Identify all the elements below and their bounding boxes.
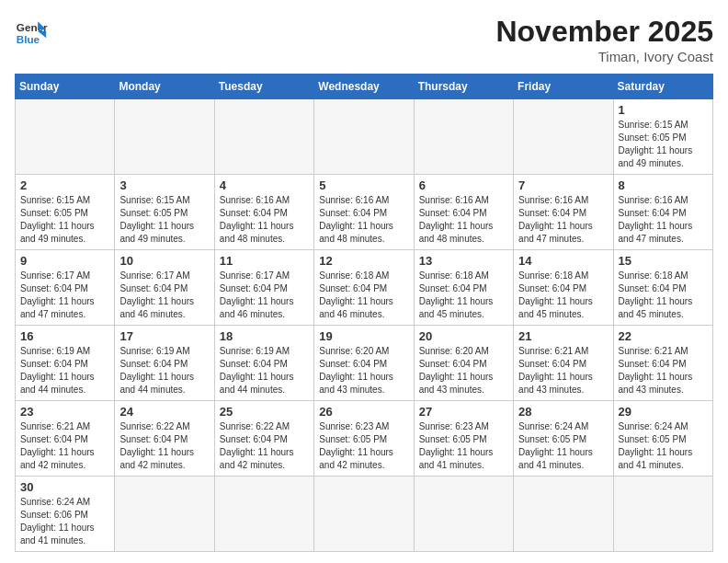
day-info: Sunrise: 6:15 AM Sunset: 6:05 PM Dayligh… bbox=[619, 119, 708, 170]
day-number: 6 bbox=[419, 178, 508, 192]
day-number: 2 bbox=[20, 178, 109, 192]
day-number: 14 bbox=[518, 254, 608, 268]
day-info: Sunrise: 6:21 AM Sunset: 6:04 PM Dayligh… bbox=[518, 345, 608, 396]
calendar-cell: 24Sunrise: 6:22 AM Sunset: 6:04 PM Dayli… bbox=[115, 401, 214, 477]
day-info: Sunrise: 6:16 AM Sunset: 6:04 PM Dayligh… bbox=[319, 194, 408, 246]
day-number: 29 bbox=[619, 405, 708, 419]
day-number: 18 bbox=[220, 329, 309, 343]
day-info: Sunrise: 6:16 AM Sunset: 6:04 PM Dayligh… bbox=[619, 194, 708, 246]
calendar-cell bbox=[514, 99, 613, 175]
week-row-2: 2Sunrise: 6:15 AM Sunset: 6:05 PM Daylig… bbox=[16, 175, 713, 250]
calendar-cell: 27Sunrise: 6:23 AM Sunset: 6:05 PM Dayli… bbox=[414, 401, 513, 477]
calendar-cell: 4Sunrise: 6:16 AM Sunset: 6:04 PM Daylig… bbox=[214, 175, 313, 250]
day-number: 8 bbox=[619, 178, 708, 192]
day-info: Sunrise: 6:18 AM Sunset: 6:04 PM Dayligh… bbox=[319, 270, 408, 321]
week-row-1: 1Sunrise: 6:15 AM Sunset: 6:05 PM Daylig… bbox=[16, 99, 713, 175]
day-info: Sunrise: 6:16 AM Sunset: 6:04 PM Dayligh… bbox=[518, 194, 608, 246]
calendar-cell bbox=[115, 477, 214, 552]
calendar-cell: 10Sunrise: 6:17 AM Sunset: 6:04 PM Dayli… bbox=[115, 250, 214, 326]
day-info: Sunrise: 6:18 AM Sunset: 6:04 PM Dayligh… bbox=[518, 270, 608, 321]
day-number: 12 bbox=[319, 254, 408, 268]
day-number: 16 bbox=[20, 329, 109, 343]
day-number: 20 bbox=[419, 329, 508, 343]
day-info: Sunrise: 6:22 AM Sunset: 6:04 PM Dayligh… bbox=[119, 420, 209, 472]
calendar-table: SundayMondayTuesdayWednesdayThursdayFrid… bbox=[15, 74, 713, 552]
calendar-cell bbox=[115, 99, 214, 175]
day-number: 28 bbox=[518, 405, 608, 419]
day-number: 30 bbox=[20, 480, 109, 494]
day-number: 19 bbox=[319, 329, 408, 343]
calendar-cell: 7Sunrise: 6:16 AM Sunset: 6:04 PM Daylig… bbox=[514, 175, 613, 250]
calendar-cell: 29Sunrise: 6:24 AM Sunset: 6:05 PM Dayli… bbox=[613, 401, 712, 477]
calendar-cell bbox=[514, 477, 613, 552]
day-info: Sunrise: 6:24 AM Sunset: 6:05 PM Dayligh… bbox=[518, 420, 608, 472]
day-number: 9 bbox=[20, 254, 109, 268]
calendar-cell: 22Sunrise: 6:21 AM Sunset: 6:04 PM Dayli… bbox=[613, 326, 712, 401]
calendar-cell: 19Sunrise: 6:20 AM Sunset: 6:04 PM Dayli… bbox=[314, 326, 414, 401]
day-info: Sunrise: 6:20 AM Sunset: 6:04 PM Dayligh… bbox=[319, 345, 408, 396]
day-number: 21 bbox=[518, 329, 608, 343]
calendar-cell: 6Sunrise: 6:16 AM Sunset: 6:04 PM Daylig… bbox=[414, 175, 513, 250]
calendar-cell: 25Sunrise: 6:22 AM Sunset: 6:04 PM Dayli… bbox=[214, 401, 313, 477]
day-number: 5 bbox=[319, 178, 408, 192]
day-number: 1 bbox=[619, 103, 708, 117]
day-info: Sunrise: 6:19 AM Sunset: 6:04 PM Dayligh… bbox=[119, 345, 209, 396]
calendar-cell: 20Sunrise: 6:20 AM Sunset: 6:04 PM Dayli… bbox=[414, 326, 513, 401]
logo: General Blue bbox=[15, 15, 48, 48]
day-info: Sunrise: 6:17 AM Sunset: 6:04 PM Dayligh… bbox=[119, 270, 209, 321]
day-header-thursday: Thursday bbox=[414, 75, 513, 99]
calendar-cell: 2Sunrise: 6:15 AM Sunset: 6:05 PM Daylig… bbox=[16, 175, 115, 250]
calendar-cell bbox=[414, 477, 513, 552]
calendar-cell: 9Sunrise: 6:17 AM Sunset: 6:04 PM Daylig… bbox=[16, 250, 115, 326]
day-info: Sunrise: 6:22 AM Sunset: 6:04 PM Dayligh… bbox=[220, 420, 309, 472]
days-header-row: SundayMondayTuesdayWednesdayThursdayFrid… bbox=[16, 75, 713, 99]
day-number: 25 bbox=[220, 405, 309, 419]
day-info: Sunrise: 6:23 AM Sunset: 6:05 PM Dayligh… bbox=[419, 420, 508, 472]
week-row-5: 23Sunrise: 6:21 AM Sunset: 6:04 PM Dayli… bbox=[16, 401, 713, 477]
calendar-cell: 5Sunrise: 6:16 AM Sunset: 6:04 PM Daylig… bbox=[314, 175, 414, 250]
week-row-3: 9Sunrise: 6:17 AM Sunset: 6:04 PM Daylig… bbox=[16, 250, 713, 326]
day-info: Sunrise: 6:16 AM Sunset: 6:04 PM Dayligh… bbox=[419, 194, 508, 246]
day-info: Sunrise: 6:21 AM Sunset: 6:04 PM Dayligh… bbox=[20, 420, 109, 472]
calendar-cell: 28Sunrise: 6:24 AM Sunset: 6:05 PM Dayli… bbox=[514, 401, 613, 477]
day-info: Sunrise: 6:18 AM Sunset: 6:04 PM Dayligh… bbox=[619, 270, 708, 321]
day-number: 26 bbox=[319, 405, 408, 419]
calendar-cell: 23Sunrise: 6:21 AM Sunset: 6:04 PM Dayli… bbox=[16, 401, 115, 477]
day-info: Sunrise: 6:15 AM Sunset: 6:05 PM Dayligh… bbox=[119, 194, 209, 246]
day-info: Sunrise: 6:19 AM Sunset: 6:04 PM Dayligh… bbox=[220, 345, 309, 396]
day-info: Sunrise: 6:17 AM Sunset: 6:04 PM Dayligh… bbox=[220, 270, 309, 321]
calendar-cell bbox=[314, 99, 414, 175]
day-number: 22 bbox=[619, 329, 708, 343]
day-header-saturday: Saturday bbox=[613, 75, 712, 99]
day-number: 7 bbox=[518, 178, 608, 192]
day-number: 4 bbox=[220, 178, 309, 192]
day-info: Sunrise: 6:24 AM Sunset: 6:06 PM Dayligh… bbox=[20, 496, 109, 547]
day-info: Sunrise: 6:15 AM Sunset: 6:05 PM Dayligh… bbox=[20, 194, 109, 246]
day-number: 10 bbox=[119, 254, 209, 268]
location-subtitle: Timan, Ivory Coast bbox=[495, 49, 713, 64]
calendar-cell: 26Sunrise: 6:23 AM Sunset: 6:05 PM Dayli… bbox=[314, 401, 414, 477]
calendar-cell: 13Sunrise: 6:18 AM Sunset: 6:04 PM Dayli… bbox=[414, 250, 513, 326]
calendar-cell bbox=[414, 99, 513, 175]
logo-icon: General Blue bbox=[15, 15, 48, 48]
calendar-cell: 15Sunrise: 6:18 AM Sunset: 6:04 PM Dayli… bbox=[613, 250, 712, 326]
day-info: Sunrise: 6:18 AM Sunset: 6:04 PM Dayligh… bbox=[419, 270, 508, 321]
calendar-cell: 11Sunrise: 6:17 AM Sunset: 6:04 PM Dayli… bbox=[214, 250, 313, 326]
day-info: Sunrise: 6:16 AM Sunset: 6:04 PM Dayligh… bbox=[220, 194, 309, 246]
calendar-cell: 17Sunrise: 6:19 AM Sunset: 6:04 PM Dayli… bbox=[115, 326, 214, 401]
calendar-cell: 1Sunrise: 6:15 AM Sunset: 6:05 PM Daylig… bbox=[613, 99, 712, 175]
calendar-cell: 18Sunrise: 6:19 AM Sunset: 6:04 PM Dayli… bbox=[214, 326, 313, 401]
day-header-monday: Monday bbox=[115, 75, 214, 99]
week-row-6: 30Sunrise: 6:24 AM Sunset: 6:06 PM Dayli… bbox=[16, 477, 713, 552]
calendar-cell: 14Sunrise: 6:18 AM Sunset: 6:04 PM Dayli… bbox=[514, 250, 613, 326]
day-number: 27 bbox=[419, 405, 508, 419]
calendar-cell bbox=[214, 477, 313, 552]
calendar-cell bbox=[214, 99, 313, 175]
day-number: 13 bbox=[419, 254, 508, 268]
day-info: Sunrise: 6:20 AM Sunset: 6:04 PM Dayligh… bbox=[419, 345, 508, 396]
month-title: November 2025 bbox=[495, 15, 713, 49]
title-block: November 2025 Timan, Ivory Coast bbox=[495, 15, 713, 64]
page-header: General Blue November 2025 Timan, Ivory … bbox=[15, 15, 713, 64]
calendar-cell: 3Sunrise: 6:15 AM Sunset: 6:05 PM Daylig… bbox=[115, 175, 214, 250]
calendar-cell: 12Sunrise: 6:18 AM Sunset: 6:04 PM Dayli… bbox=[314, 250, 414, 326]
